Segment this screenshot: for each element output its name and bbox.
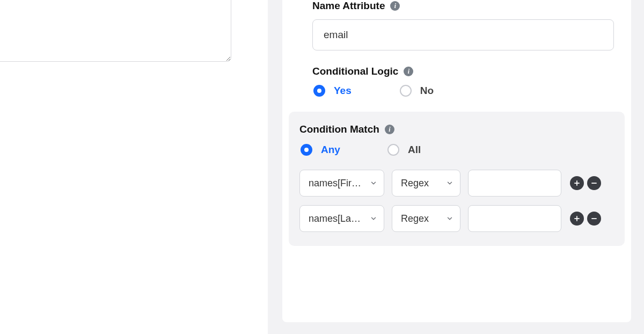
plus-icon (573, 215, 581, 222)
add-condition-button[interactable] (570, 212, 584, 226)
radio-label: Yes (334, 85, 352, 97)
condition-match-any[interactable]: Any (301, 144, 340, 156)
conditional-logic-label: Conditional Logic (312, 66, 398, 77)
conditional-logic-no[interactable]: No (400, 85, 434, 97)
content-textarea[interactable] (0, 0, 231, 62)
stage: Name Attribute i Conditional Logic i Yes… (0, 0, 644, 334)
chevron-down-icon (370, 179, 377, 187)
minus-icon (590, 179, 598, 187)
chevron-down-icon (446, 215, 453, 222)
remove-condition-button[interactable] (587, 176, 601, 190)
condition-value-input[interactable] (468, 205, 561, 232)
conditional-logic-radio-row: Yes No (312, 85, 614, 97)
condition-row: names[Last Name] Regex (299, 205, 614, 232)
info-icon[interactable]: i (390, 1, 400, 11)
add-condition-button[interactable] (570, 176, 584, 190)
radio-label: All (408, 144, 421, 156)
condition-match-label-row: Condition Match i (299, 124, 614, 135)
remove-condition-button[interactable] (587, 212, 601, 226)
name-attribute-label-row: Name Attribute i (312, 0, 614, 12)
radio-label: Any (321, 144, 340, 156)
name-attribute-section: Name Attribute i (282, 0, 631, 50)
select-text: Regex (401, 178, 440, 189)
minus-icon (590, 215, 598, 222)
radio-dot-icon (313, 85, 325, 97)
condition-match-label: Condition Match (299, 124, 379, 135)
plus-icon (573, 179, 581, 187)
radio-dot-icon (301, 144, 312, 156)
radio-label: No (420, 85, 434, 97)
name-attribute-label: Name Attribute (312, 0, 385, 12)
radio-dot-icon (387, 144, 399, 156)
name-attribute-input[interactable] (312, 19, 614, 50)
radio-dot-icon (400, 85, 412, 97)
select-text: names[First Name] (309, 178, 363, 189)
condition-match-radio-row: Any All (299, 144, 614, 156)
condition-operator-select[interactable]: Regex (392, 170, 460, 197)
info-icon[interactable]: i (385, 125, 394, 134)
info-icon[interactable]: i (404, 67, 413, 76)
conditional-logic-label-row: Conditional Logic i (312, 66, 614, 77)
chevron-down-icon (370, 215, 377, 222)
select-text: names[Last Name] (309, 213, 363, 224)
chevron-down-icon (446, 179, 453, 187)
select-text: Regex (401, 213, 440, 224)
condition-row-actions (570, 212, 601, 226)
condition-match-panel: Condition Match i Any All names[First Na… (289, 112, 625, 246)
condition-field-select[interactable]: names[Last Name] (299, 205, 384, 232)
settings-panel: Name Attribute i Conditional Logic i Yes… (282, 0, 631, 322)
condition-operator-select[interactable]: Regex (392, 205, 460, 232)
condition-row: names[First Name] Regex (299, 170, 614, 197)
condition-value-input[interactable] (468, 170, 561, 197)
conditional-logic-section: Conditional Logic i Yes No (282, 66, 631, 97)
condition-row-actions (570, 176, 601, 190)
condition-field-select[interactable]: names[First Name] (299, 170, 384, 197)
condition-match-all[interactable]: All (387, 144, 421, 156)
conditional-logic-yes[interactable]: Yes (313, 85, 352, 97)
